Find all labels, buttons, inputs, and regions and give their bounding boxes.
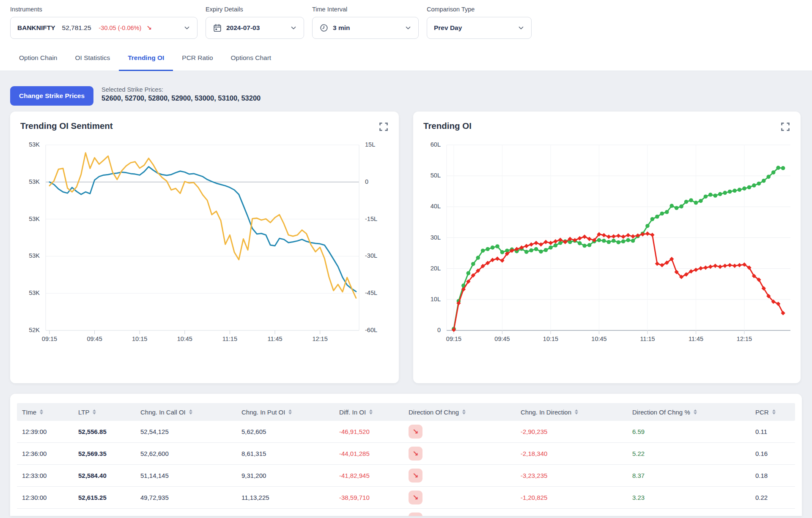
tab-trending-oi[interactable]: Trending OI xyxy=(119,46,173,71)
sort-icon[interactable] xyxy=(575,409,578,414)
comparison-type-label: Comparison Type xyxy=(427,6,532,13)
col-header-ltp[interactable]: LTP xyxy=(78,409,140,416)
sort-icon[interactable] xyxy=(288,409,292,414)
col-header-chng-call-oi[interactable]: Chng. In Call OI xyxy=(140,409,241,416)
col-header-time[interactable]: TIme xyxy=(22,409,78,416)
tab-pcr-ratio[interactable]: PCR Ratio xyxy=(173,46,222,71)
cell-ltp: 52,569.35 xyxy=(78,450,140,457)
cell-time: 12:33:00 xyxy=(22,472,78,479)
y-axis-right-label: -15L xyxy=(365,215,377,222)
calendar-icon xyxy=(213,23,222,33)
charts-row: Trending OI Sentiment 53K53K53K53K53K52K… xyxy=(10,112,802,383)
cell-chng-put-oi: 8,61,315 xyxy=(241,450,339,457)
cell-chng-put-oi: 5,62,605 xyxy=(241,428,339,435)
chevron-down-icon xyxy=(405,25,411,31)
trending-oi-sentiment-card: Trending OI Sentiment 53K53K53K53K53K52K… xyxy=(10,112,399,383)
fullscreen-icon[interactable] xyxy=(379,122,389,132)
col-header-direction-of-chng-pct[interactable]: Direction Of Chng % xyxy=(632,409,755,416)
col-header-pcr[interactable]: PCR xyxy=(755,409,795,416)
fullscreen-icon[interactable] xyxy=(780,122,790,132)
cell-ltp: 52,584.40 xyxy=(78,472,140,479)
cell-direction-of-chng-pct: 3.23 xyxy=(632,494,755,501)
sort-icon[interactable] xyxy=(462,409,466,414)
table-row[interactable]: 12:30:0052,615.2549,72,93511,13,225-38,5… xyxy=(17,487,795,509)
instruments-label: Instruments xyxy=(10,6,198,13)
x-axis-label: 10:15 xyxy=(127,335,152,342)
x-axis-label: 11:15 xyxy=(217,335,242,342)
y-axis-label: 0 xyxy=(415,327,441,333)
y-axis-label: 60L xyxy=(415,141,441,148)
tab-oi-statistics[interactable]: OI Statistics xyxy=(66,46,119,71)
cell-chng-call-oi: 52,54,125 xyxy=(140,428,241,435)
sort-icon[interactable] xyxy=(369,409,373,414)
tab-option-chain[interactable]: Option Chain xyxy=(10,46,66,71)
cell-time: 12:39:00 xyxy=(22,428,78,435)
instruments-select[interactable]: BANKNIFTY 52,781.25 -30.05 (-0.06%) ↘ xyxy=(10,17,198,39)
x-axis-label: 11:15 xyxy=(635,335,660,342)
cell-pcr: 0.18 xyxy=(755,472,795,479)
trend-down-badge: ↘ xyxy=(409,425,422,439)
comparison-type-field: Comparison Type Prev Day xyxy=(427,6,532,39)
y-axis-label: 50L xyxy=(415,172,441,179)
col-header-chng-in-direction[interactable]: Chng. In Direction xyxy=(521,409,632,416)
comparison-type-value: Prev Day xyxy=(434,24,462,32)
cell-pcr: 0.22 xyxy=(755,494,795,501)
instrument-change: -30.05 (-0.06%) xyxy=(99,25,142,31)
trend-down-badge: ↘ xyxy=(409,469,422,483)
cell-direction-of-chng: ↘ xyxy=(409,491,521,504)
x-axis-label: 10:45 xyxy=(172,335,198,342)
time-interval-label: Time Interval xyxy=(312,6,419,13)
y-axis-label: 30L xyxy=(415,234,441,241)
chart-title: Trending OI Sentiment xyxy=(20,121,113,131)
table-row[interactable]: 12:39:0052,556.8552,54,1255,62,605-46,91… xyxy=(17,421,795,443)
table-row[interactable]: 12:33:0052,584.4051,14,1459,31,200-41,82… xyxy=(17,465,795,487)
col-header-chng-put-oi[interactable]: Chng. In Put OI xyxy=(241,409,339,416)
trending-oi-sentiment-chart xyxy=(46,145,359,330)
time-interval-value: 3 min xyxy=(333,24,350,32)
clock-icon xyxy=(319,23,329,33)
col-header-diff-in-oi[interactable]: Diff. In OI xyxy=(339,409,409,416)
cell-chng-call-oi: 51,14,145 xyxy=(140,472,241,479)
trending-oi-card: Trending OI 60L50L40L30L20L10L009:1509:4… xyxy=(413,112,801,383)
selected-strikes-label: Selected Strike Prices: xyxy=(102,86,261,93)
change-strike-prices-button[interactable]: Change Strike Prices xyxy=(10,86,93,106)
x-axis-label: 09:45 xyxy=(490,335,515,342)
selected-strikes: Selected Strike Prices: 52600, 52700, 52… xyxy=(102,86,261,102)
chevron-down-icon xyxy=(184,25,190,31)
tab-options-chart[interactable]: Options Chart xyxy=(222,46,280,71)
comparison-type-select[interactable]: Prev Day xyxy=(427,17,532,39)
expiry-field: Expiry Details 2024-07-03 xyxy=(206,6,304,39)
y-axis-right-label: -60L xyxy=(365,327,377,333)
y-axis-label: 53K xyxy=(14,289,40,296)
trend-down-badge: ↘ xyxy=(409,491,422,504)
cell-empty: ↘ xyxy=(409,513,521,516)
expiry-select[interactable]: 2024-07-03 xyxy=(206,17,304,39)
top-filter-bar: Instruments BANKNIFTY 52,781.25 -30.05 (… xyxy=(0,0,812,46)
cell-chng-call-oi: 49,72,935 xyxy=(140,494,241,501)
instrument-price: 52,781.25 xyxy=(62,24,91,32)
sort-icon[interactable] xyxy=(694,409,697,414)
x-axis-label: 09:15 xyxy=(37,335,62,342)
sort-icon[interactable] xyxy=(189,409,192,414)
y-axis-right-label: 15L xyxy=(365,141,375,148)
sort-icon[interactable] xyxy=(93,409,96,414)
main-tabs: Option Chain OI Statistics Trending OI P… xyxy=(0,46,812,71)
time-interval-select[interactable]: 3 min xyxy=(312,17,419,39)
cell-diff-in-oi: -44,01,285 xyxy=(339,450,409,457)
cell-time: 12:36:00 xyxy=(22,450,78,457)
x-axis-label: 12:15 xyxy=(732,335,757,342)
sort-icon[interactable] xyxy=(772,409,776,414)
sort-icon[interactable] xyxy=(40,409,43,414)
oi-table-card: TIme LTP Chng. In Call OI Chng. In Put O… xyxy=(10,394,802,516)
cell-time: 12:30:00 xyxy=(22,494,78,501)
cell-chng-in-direction: -1,20,825 xyxy=(521,494,632,501)
col-header-direction-of-chng[interactable]: Direction Of Chng xyxy=(409,409,521,416)
y-axis-label: 52K xyxy=(14,327,40,333)
cell-direction-of-chng: ↘ xyxy=(409,425,521,439)
table-row[interactable]: 12:36:0052,569.3552,62,6008,61,315-44,01… xyxy=(17,443,795,465)
table-row-partial[interactable]: ↘ xyxy=(17,509,795,516)
cell-direction-of-chng: ↘ xyxy=(409,447,521,461)
instrument-symbol: BANKNIFTY xyxy=(17,24,55,32)
cell-chng-call-oi: 52,62,600 xyxy=(140,450,241,457)
down-right-arrow-icon: ↘ xyxy=(146,24,152,32)
